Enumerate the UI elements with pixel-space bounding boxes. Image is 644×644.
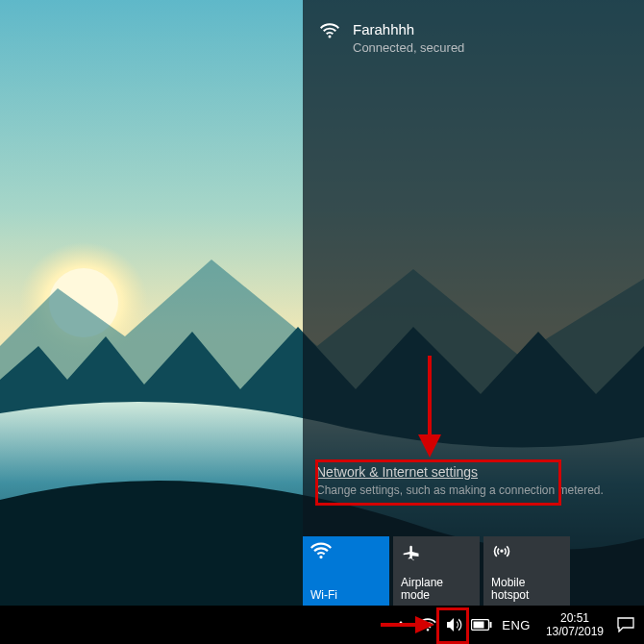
svg-rect-7 [474,622,484,629]
svg-rect-6 [490,622,492,628]
quick-action-tiles: Wi-Fi Airplane mode Mobile hotspot [303,536,574,606]
tray-overflow-button[interactable] [388,606,413,644]
tray-volume-icon[interactable] [442,606,467,644]
airplane-icon [401,542,472,563]
tile-airplane[interactable]: Airplane mode [393,536,480,606]
tray-network-icon[interactable] [415,606,440,644]
network-ssid: Farahhhh [353,21,464,38]
wifi-icon [310,542,382,563]
network-settings-link[interactable]: Network & Internet settings [316,464,478,480]
network-settings-desc: Change settings, such as making a connec… [316,483,631,497]
tile-hotspot-label: Mobile hotspot [491,577,562,602]
network-status: Connected, secured [353,40,464,56]
tile-wifi-label: Wi-Fi [310,589,382,602]
desktop: Farahhhh Connected, secured Network & In… [0,0,644,606]
system-tray: ENG 20:51 13/07/2019 [388,606,638,644]
tile-airplane-label: Airplane mode [401,577,472,602]
tile-hotspot[interactable]: Mobile hotspot [483,536,570,606]
taskbar: ENG 20:51 13/07/2019 [0,606,644,644]
wifi-icon [320,23,339,38]
hotspot-icon [491,542,562,563]
tray-language[interactable]: ENG [496,618,536,632]
tray-action-center-icon[interactable] [613,606,638,644]
network-item-current[interactable]: Farahhhh Connected, secured [303,0,644,56]
network-flyout: Farahhhh Connected, secured Network & In… [303,0,644,606]
tray-clock[interactable]: 20:51 13/07/2019 [538,611,611,638]
tray-time: 20:51 [560,611,589,625]
tray-date: 13/07/2019 [546,625,604,638]
tray-battery-icon[interactable] [469,606,494,644]
tile-wifi[interactable]: Wi-Fi [303,536,389,606]
